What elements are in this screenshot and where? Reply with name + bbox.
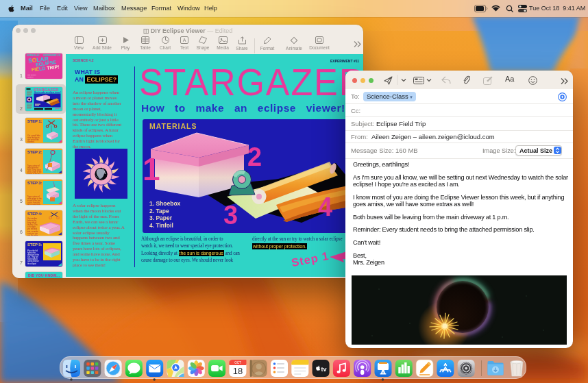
svg-text:tv: tv	[321, 366, 326, 373]
svg-text:OCT: OCT	[234, 361, 241, 365]
svg-text:18: 18	[232, 366, 242, 376]
